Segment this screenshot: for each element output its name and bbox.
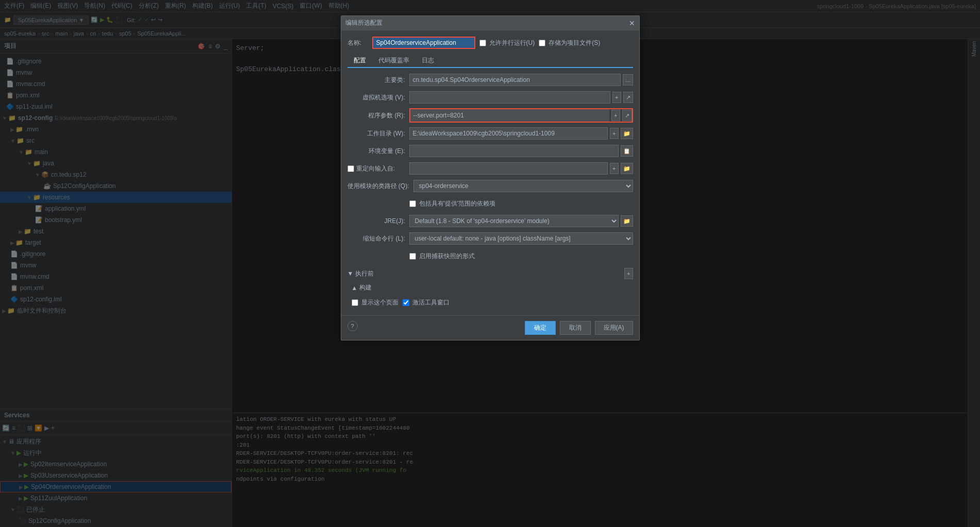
- include-scope-label: 包括具有'提供'范围的依赖项: [419, 199, 496, 208]
- build-arrow-icon: ▲: [352, 284, 358, 292]
- jre-input-group: Default (1.8 - SDK of 'sp04-orderservice…: [409, 215, 633, 227]
- env-vars-label: 环境变量 (E):: [347, 147, 409, 156]
- program-args-label: 程序参数 (R):: [347, 111, 409, 120]
- jre-select[interactable]: Default (1.8 - SDK of 'sp04-orderservice…: [409, 215, 619, 227]
- tab-coverage[interactable]: 代码覆盖率: [372, 54, 416, 67]
- working-dir-row: 工作目录 (W): + 📁: [347, 127, 633, 140]
- name-input[interactable]: [372, 37, 475, 49]
- jvm-options-expand-button[interactable]: ↗: [623, 92, 633, 103]
- main-class-label: 主要类:: [347, 76, 409, 84]
- allow-parallel-label: 允许并行运行(U): [489, 39, 535, 47]
- build-item: ▲ 构建: [347, 281, 633, 294]
- working-dir-browse-button[interactable]: 📁: [621, 128, 633, 139]
- include-scope-checkbox[interactable]: [409, 200, 416, 207]
- program-args-row: 程序参数 (R): + ↗: [347, 108, 633, 123]
- shorten-cmd-row: 缩短命令行 (L): user-local default: none - ja…: [347, 232, 633, 245]
- cancel-button[interactable]: 取消: [560, 321, 591, 335]
- env-vars-row: 环境变量 (E): 📋: [347, 144, 633, 158]
- confirm-button[interactable]: 确定: [525, 321, 556, 335]
- redirect-label: 重定向输入自:: [356, 164, 399, 173]
- classpath-label: 使用模块的类路径 (Q):: [347, 182, 413, 191]
- tab-logs[interactable]: 日志: [416, 54, 440, 67]
- modal-body: 名称: 允许并行运行(U) 存储为项目文件(S) 配置 代码覆盖率 日志: [341, 30, 639, 315]
- env-vars-input-group: 📋: [409, 145, 633, 157]
- store-as-project-checkbox[interactable]: [539, 40, 545, 46]
- jre-row: JRE(J): Default (1.8 - SDK of 'sp04-orde…: [347, 214, 633, 228]
- help-button[interactable]: ?: [347, 321, 358, 331]
- tabs-row: 配置 代码覆盖率 日志: [347, 54, 633, 68]
- store-as-project-checkbox-group[interactable]: 存储为项目文件(S): [539, 39, 600, 47]
- jvm-options-row: 虚拟机选项 (V): + ↗: [347, 91, 633, 104]
- allow-parallel-checkbox[interactable]: [479, 40, 486, 46]
- modal-title: 编辑所选配置: [345, 19, 383, 27]
- include-scope-checkbox-group[interactable]: 包括具有'提供'范围的依赖项: [409, 199, 496, 208]
- working-dir-label: 工作目录 (W):: [347, 129, 409, 138]
- redirect-add-button[interactable]: +: [610, 163, 618, 174]
- jvm-options-label: 虚拟机选项 (V):: [347, 93, 409, 102]
- store-as-project-label: 存储为项目文件(S): [549, 39, 600, 47]
- allow-parallel-checkbox-group[interactable]: 允许并行运行(U): [479, 39, 535, 47]
- redirect-input-row: 重定向输入自: + 📁: [347, 162, 633, 175]
- redirect-input-checkbox[interactable]: [347, 165, 354, 172]
- modal-overlay: 编辑所选配置 ✕ 名称: 允许并行运行(U) 存储为项目文件(S) 配置: [0, 0, 980, 527]
- modal-close-button[interactable]: ✕: [629, 19, 635, 27]
- capture-snapshot-checkbox[interactable]: [409, 253, 416, 260]
- program-args-input[interactable]: [410, 109, 610, 122]
- capture-snapshot-checkbox-group[interactable]: 启用捕获快照的形式: [409, 252, 475, 261]
- jre-browse-button[interactable]: 📁: [621, 215, 633, 227]
- capture-snapshot-row: 启用捕获快照的形式: [347, 249, 633, 263]
- shorten-cmd-select[interactable]: user-local default: none - java [options…: [409, 232, 633, 245]
- program-args-add-button[interactable]: +: [611, 110, 620, 121]
- working-dir-input-group: + 📁: [409, 127, 633, 140]
- program-args-input-group: + ↗: [409, 108, 633, 123]
- activate-tool-label: 激活工具窗口: [412, 298, 450, 307]
- shorten-cmd-label: 缩短命令行 (L):: [347, 234, 409, 243]
- redirect-input-group: + 📁: [409, 162, 633, 175]
- classpath-row: 使用模块的类路径 (Q): sp04-orderservice: [347, 179, 633, 193]
- working-dir-add-button[interactable]: +: [610, 128, 618, 139]
- env-vars-input[interactable]: [409, 145, 619, 157]
- before-launch-label: 执行前: [355, 269, 374, 278]
- show-page-checkbox[interactable]: [352, 299, 358, 306]
- activate-tool-checkbox[interactable]: [403, 299, 409, 306]
- modal-dialog: 编辑所选配置 ✕ 名称: 允许并行运行(U) 存储为项目文件(S) 配置: [341, 15, 640, 341]
- modal-footer: ? 确定 取消 应用(A): [341, 315, 639, 340]
- show-page-row: 显示这个页面 激活工具窗口: [347, 294, 633, 309]
- main-class-browse-button[interactable]: ...: [623, 74, 633, 86]
- jvm-options-add-button[interactable]: +: [612, 92, 621, 103]
- build-label: 构建: [359, 283, 372, 292]
- jvm-options-input-group: + ↗: [409, 91, 633, 104]
- name-label: 名称:: [347, 39, 368, 47]
- name-row: 名称: 允许并行运行(U) 存储为项目文件(S): [347, 37, 633, 49]
- tab-config[interactable]: 配置: [347, 54, 372, 68]
- classpath-select[interactable]: sp04-orderservice: [413, 180, 633, 192]
- show-page-label: 显示这个页面: [361, 298, 398, 307]
- jvm-options-input[interactable]: [409, 91, 611, 104]
- before-launch-add-button[interactable]: +: [624, 268, 633, 279]
- redirect-browse-button[interactable]: 📁: [621, 163, 633, 174]
- working-dir-input[interactable]: [409, 127, 608, 140]
- program-args-expand-button[interactable]: ↗: [622, 110, 632, 121]
- show-page-checkbox-group[interactable]: 显示这个页面: [352, 298, 398, 307]
- before-launch-section[interactable]: ▼ 执行前 +: [347, 268, 633, 279]
- main-class-input-group: ...: [409, 74, 633, 86]
- main-class-row: 主要类: ...: [347, 73, 633, 87]
- include-scope-row: 包括具有'提供'范围的依赖项: [347, 197, 633, 210]
- activate-tool-checkbox-group[interactable]: 激活工具窗口: [403, 298, 450, 307]
- capture-snapshot-label: 启用捕获快照的形式: [419, 252, 475, 261]
- apply-button[interactable]: 应用(A): [595, 321, 633, 335]
- redirect-input[interactable]: [409, 162, 608, 175]
- main-class-input[interactable]: [409, 74, 621, 86]
- modal-titlebar: 编辑所选配置 ✕: [341, 16, 639, 30]
- jre-label: JRE(J):: [347, 217, 409, 225]
- section-arrow-down: ▼: [347, 270, 354, 277]
- env-vars-browse-button[interactable]: 📋: [621, 145, 633, 157]
